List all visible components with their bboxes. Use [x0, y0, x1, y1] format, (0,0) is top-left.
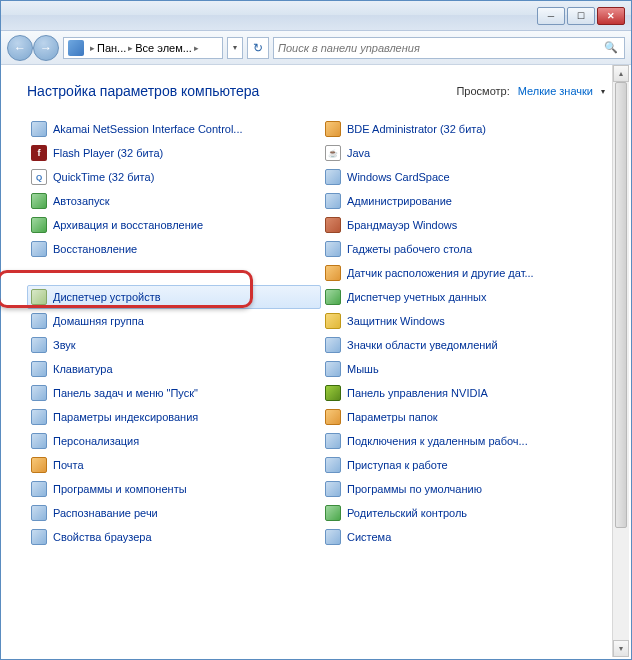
item-label: Панель задач и меню "Пуск"	[53, 387, 198, 399]
control-panel-item[interactable]: Персонализация	[27, 429, 321, 453]
generic-icon	[325, 529, 341, 545]
control-panel-item[interactable]: Клавиатура	[27, 357, 321, 381]
green-icon	[31, 217, 47, 233]
control-panel-item[interactable]: Защитник Windows	[321, 309, 615, 333]
control-panel-item[interactable]: Windows CardSpace	[321, 165, 615, 189]
forward-button[interactable]: →	[33, 35, 59, 61]
generic-icon	[325, 481, 341, 497]
nav-arrows: ← →	[7, 35, 59, 61]
generic-icon	[325, 337, 341, 353]
generic-icon	[325, 457, 341, 473]
control-panel-window: ─ ☐ ✕ ← → ▸ Пан... ▸ Все элем... ▸ ▾ ↻ 🔍…	[0, 0, 632, 660]
control-panel-item[interactable]: Akamai NetSession Interface Control...	[27, 117, 321, 141]
orange-icon	[31, 457, 47, 473]
navigation-bar: ← → ▸ Пан... ▸ Все элем... ▸ ▾ ↻ 🔍	[1, 31, 631, 65]
item-label: Программы и компоненты	[53, 483, 187, 495]
control-panel-item[interactable]: Восстановление	[27, 237, 321, 261]
back-button[interactable]: ←	[7, 35, 33, 61]
item-label: Подключения к удаленным рабоч...	[347, 435, 528, 447]
generic-icon	[325, 433, 341, 449]
item-label: Программы по умолчанию	[347, 483, 482, 495]
search-icon[interactable]: 🔍	[602, 41, 620, 54]
flash-icon: f	[31, 145, 47, 161]
close-button[interactable]: ✕	[597, 7, 625, 25]
scroll-down-button[interactable]: ▾	[613, 640, 629, 657]
control-panel-item[interactable]: Свойства браузера	[27, 525, 321, 549]
control-panel-item[interactable]: Значки области уведомлений	[321, 333, 615, 357]
nvidia-icon	[325, 385, 341, 401]
orange-icon	[325, 121, 341, 137]
control-panel-item[interactable]: Почта	[27, 453, 321, 477]
generic-icon	[31, 505, 47, 521]
control-panel-item[interactable]: Брандмауэр Windows	[321, 213, 615, 237]
breadcrumb[interactable]: ▸ Пан... ▸ Все элем... ▸	[63, 37, 223, 59]
control-panel-item[interactable]: Автозапуск	[27, 189, 321, 213]
control-panel-item[interactable]: Диспетчер устройств	[27, 285, 321, 309]
control-panel-item[interactable]: ☕Java	[321, 141, 615, 165]
control-panel-item[interactable]: Параметры индексирования	[27, 405, 321, 429]
scroll-thumb[interactable]	[615, 82, 627, 528]
refresh-button[interactable]: ↻	[247, 37, 269, 59]
control-panel-item[interactable]: Подключения к удаленным рабоч...	[321, 429, 615, 453]
item-label: Восстановление	[53, 243, 137, 255]
content-header: Настройка параметров компьютера Просмотр…	[1, 65, 631, 109]
control-panel-item[interactable]: Домашняя группа	[27, 309, 321, 333]
generic-icon	[31, 409, 47, 425]
generic-icon	[31, 385, 47, 401]
control-panel-item[interactable]: QQuickTime (32 бита)	[27, 165, 321, 189]
control-panel-item[interactable]: Администрирование	[321, 189, 615, 213]
breadcrumb-part[interactable]: Пан...	[97, 42, 126, 54]
breadcrumb-part[interactable]: Все элем...	[135, 42, 192, 54]
view-dropdown-icon[interactable]: ▾	[601, 87, 605, 96]
breadcrumb-dropdown[interactable]: ▾	[227, 37, 243, 59]
control-panel-item[interactable]: Панель управления NVIDIA	[321, 381, 615, 405]
control-panel-item[interactable]: Параметры папок	[321, 405, 615, 429]
control-panel-item[interactable]: Звук	[27, 333, 321, 357]
control-panel-item[interactable]: Датчик расположения и другие дат...	[321, 261, 615, 285]
search-input[interactable]	[278, 42, 602, 54]
control-panel-item[interactable]: Система	[321, 525, 615, 549]
item-label: BDE Administrator (32 бита)	[347, 123, 486, 135]
control-panel-item[interactable]: Гаджеты рабочего стола	[321, 237, 615, 261]
generic-icon	[325, 241, 341, 257]
view-label: Просмотр:	[456, 85, 509, 97]
control-panel-item[interactable]: Диспетчер учетных данных	[321, 285, 615, 309]
control-panel-item[interactable]: BDE Administrator (32 бита)	[321, 117, 615, 141]
control-panel-item[interactable]: Программы по умолчанию	[321, 477, 615, 501]
maximize-button[interactable]: ☐	[567, 7, 595, 25]
generic-icon	[31, 529, 47, 545]
generic-icon	[325, 193, 341, 209]
titlebar: ─ ☐ ✕	[1, 1, 631, 31]
item-label: Панель управления NVIDIA	[347, 387, 488, 399]
generic-icon	[325, 361, 341, 377]
orange-icon	[325, 409, 341, 425]
control-panel-item[interactable]: Мышь	[321, 357, 615, 381]
scroll-track[interactable]	[613, 82, 629, 640]
control-panel-icon	[68, 40, 84, 56]
item-label: Автозапуск	[53, 195, 110, 207]
shield-icon	[325, 313, 341, 329]
item-label: Диспетчер устройств	[53, 291, 161, 303]
items-column: Akamai NetSession Interface Control...fF…	[27, 117, 321, 549]
item-label: Свойства браузера	[53, 531, 152, 543]
view-mode-link[interactable]: Мелкие значки	[518, 85, 593, 97]
control-panel-item[interactable]: Архивация и восстановление	[27, 213, 321, 237]
control-panel-item[interactable]: fFlash Player (32 бита)	[27, 141, 321, 165]
control-panel-item[interactable]: Программы и компоненты	[27, 477, 321, 501]
control-panel-item[interactable]: Распознавание речи	[27, 501, 321, 525]
orange-icon	[325, 265, 341, 281]
vertical-scrollbar[interactable]: ▴ ▾	[612, 65, 629, 657]
green-icon	[31, 193, 47, 209]
item-label: Параметры индексирования	[53, 411, 198, 423]
control-panel-item[interactable]: Родительский контроль	[321, 501, 615, 525]
scroll-up-button[interactable]: ▴	[613, 65, 629, 82]
control-panel-item[interactable]: Приступая к работе	[321, 453, 615, 477]
generic-icon	[31, 481, 47, 497]
generic-icon	[31, 433, 47, 449]
item-label: Датчик расположения и другие дат...	[347, 267, 534, 279]
generic-icon	[31, 361, 47, 377]
minimize-button[interactable]: ─	[537, 7, 565, 25]
item-label: Защитник Windows	[347, 315, 445, 327]
green-icon	[325, 289, 341, 305]
control-panel-item[interactable]: Панель задач и меню "Пуск"	[27, 381, 321, 405]
